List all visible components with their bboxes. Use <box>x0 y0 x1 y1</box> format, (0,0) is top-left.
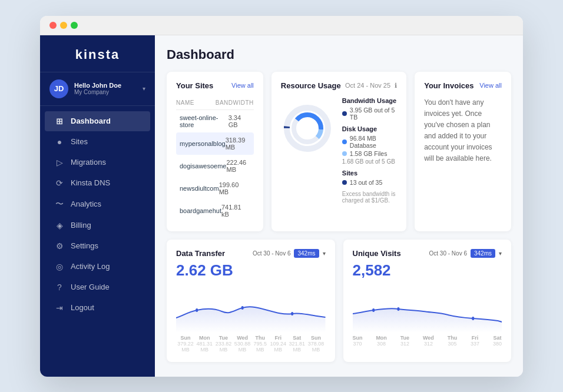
data-transfer-card: Data Transfer Oct 30 - Nov 6 342ms ▾ 2.6… <box>167 240 335 362</box>
data-transfer-header: Data Transfer Oct 30 - Nov 6 342ms ▾ <box>176 249 326 258</box>
sidebar-item-label: Activity Log <box>71 262 110 271</box>
invoices-title: Your Invoices <box>424 81 473 90</box>
sites-table-header: NAME BANDWIDTH <box>176 97 254 110</box>
resource-usage-title: Resource Usage <box>281 81 341 90</box>
bandwidth-dot <box>342 111 347 116</box>
donut-chart <box>281 102 334 155</box>
sidebar-item-migrations[interactable]: ▷ Migrations <box>45 152 150 172</box>
disk-legend: Disk Usage 96.84 MB Database 1.58 GB Fil… <box>342 125 397 165</box>
disk-db-dot <box>342 139 347 144</box>
x-label: Tue 312 <box>400 335 409 347</box>
svg-point-6 <box>241 306 244 310</box>
svg-point-9 <box>397 307 399 311</box>
top-grid: Your Sites View all NAME BANDWIDTH sweet… <box>167 72 511 231</box>
migrations-icon: ▷ <box>54 158 65 167</box>
x-label: Fri 109.24 MB <box>269 335 287 353</box>
billing-icon: ◈ <box>54 221 65 230</box>
x-label: Fri 337 <box>471 335 479 347</box>
maximize-dot[interactable] <box>71 22 78 29</box>
invoices-message: You don't have any invoices yet. Once yo… <box>424 97 502 165</box>
logo-text: kinsta <box>75 47 120 62</box>
dropdown-icon[interactable]: ▾ <box>323 250 326 257</box>
legend-item: 1.58 GB Files <box>342 150 397 157</box>
user-info: Hello John Doe My Company <box>74 82 137 95</box>
invoices-card: Your Invoices View all You don't have an… <box>415 72 511 231</box>
x-label: Tue 233.82 MB <box>214 335 233 353</box>
activity-icon: ◎ <box>54 262 65 271</box>
main-content: Dashboard Your Sites View all NAME BANDW… <box>155 35 523 377</box>
data-transfer-title: Data Transfer <box>176 249 225 258</box>
data-transfer-chart <box>176 285 326 333</box>
sidebar-item-label: Kinsta DNS <box>71 178 110 187</box>
sites-icon: ● <box>54 137 65 147</box>
avatar: JD <box>49 79 68 98</box>
x-label: Sun 378.08 MB <box>306 335 325 353</box>
nav-menu: ⊞ Dashboard ● Sites ▷ Migrations ⟳ Kinst… <box>40 106 155 377</box>
sidebar-item-activity-log[interactable]: ◎ Activity Log <box>45 257 150 277</box>
page-title: Dashboard <box>167 47 511 62</box>
sidebar: kinsta JD Hello John Doe My Company ▾ ⊞ … <box>40 35 155 377</box>
table-row[interactable]: dogisawesoeme 222.46 MB <box>176 155 254 177</box>
sidebar-item-billing[interactable]: ◈ Billing <box>45 215 150 235</box>
dns-icon: ⟳ <box>54 178 65 188</box>
your-sites-view-all[interactable]: View all <box>231 82 254 89</box>
disk-total: 1.68 GB out of 5 GB <box>342 158 397 165</box>
bandwidth-legend: Bandwidth Usage 3.95 GB out of 5 TB <box>342 97 397 121</box>
sidebar-item-logout[interactable]: ⇥ Logout <box>45 298 150 318</box>
browser-window: kinsta JD Hello John Doe My Company ▾ ⊞ … <box>40 16 523 377</box>
browser-bar <box>40 16 523 35</box>
resource-footer: Excess bandwidth is charged at $1/GB. <box>342 191 397 204</box>
resource-usage-card: Resource Usage Oct 24 - Nov 25 ℹ <box>271 72 406 231</box>
table-row[interactable]: newsdiultcom 199.60 MB <box>176 177 254 200</box>
close-dot[interactable] <box>49 22 57 29</box>
table-row[interactable]: mypersonalblog 318.39 MB <box>176 132 254 155</box>
unique-visits-x-axis: Sun 370 Mon 308 Tue 312 Wed <box>353 335 502 347</box>
sidebar-item-kinsta-dns[interactable]: ⟳ Kinsta DNS <box>45 173 150 193</box>
logout-icon: ⇥ <box>54 303 65 313</box>
x-label: Wed 530.88 MB <box>233 335 251 353</box>
sidebar-item-label: Billing <box>71 221 91 230</box>
settings-icon: ⚙ <box>54 241 65 251</box>
unique-visits-value: 2,582 <box>353 261 502 280</box>
invoices-view-all[interactable]: View all <box>479 82 502 89</box>
bottom-grid: Data Transfer Oct 30 - Nov 6 342ms ▾ 2.6… <box>167 240 511 362</box>
dropdown-icon[interactable]: ▾ <box>499 250 502 257</box>
sidebar-item-label: Sites <box>71 137 88 146</box>
resource-legend: Bandwidth Usage 3.95 GB out of 5 TB Disk… <box>342 97 397 204</box>
svg-point-8 <box>372 308 375 312</box>
x-label: Sat 380 <box>493 335 502 347</box>
your-sites-title: Your Sites <box>176 81 213 90</box>
unique-visits-date: Oct 30 - Nov 6 342ms ▾ <box>429 249 502 258</box>
sidebar-item-label: User Guide <box>71 283 110 291</box>
sidebar-item-sites[interactable]: ● Sites <box>45 132 150 152</box>
unique-visits-header: Unique Visits Oct 30 - Nov 6 342ms ▾ <box>353 249 502 258</box>
sidebar-item-user-guide[interactable]: ? User Guide <box>45 277 150 297</box>
dashboard-icon: ⊞ <box>54 117 65 126</box>
x-label: Thu 305 <box>448 335 458 347</box>
app-container: kinsta JD Hello John Doe My Company ▾ ⊞ … <box>40 35 523 377</box>
sidebar-item-dashboard[interactable]: ⊞ Dashboard <box>45 111 150 131</box>
unique-visits-card: Unique Visits Oct 30 - Nov 6 342ms ▾ 2,5… <box>343 240 512 362</box>
unique-visits-title: Unique Visits <box>353 249 401 258</box>
resource-date: Oct 24 - Nov 25 ℹ <box>345 82 397 89</box>
sidebar-item-label: Migrations <box>71 158 106 167</box>
sidebar-logo: kinsta <box>40 35 155 72</box>
table-row[interactable]: sweet-online-store 3.34 GB <box>176 110 254 132</box>
sites-table: NAME BANDWIDTH sweet-online-store 3.34 G… <box>176 97 254 222</box>
table-row[interactable]: boardgamehut 741.81 kB <box>176 200 254 222</box>
sidebar-user[interactable]: JD Hello John Doe My Company ▾ <box>40 72 155 106</box>
info-icon: ℹ <box>395 82 397 89</box>
unique-visits-chart <box>353 285 502 333</box>
data-transfer-badge: 342ms <box>294 249 319 258</box>
user-name: Hello John Doe <box>74 82 137 89</box>
sidebar-item-label: Settings <box>71 241 98 250</box>
legend-item: 3.95 GB out of 5 TB <box>342 107 397 121</box>
svg-point-7 <box>291 312 293 315</box>
guide-icon: ? <box>54 283 65 292</box>
sidebar-item-analytics[interactable]: 〜 Analytics <box>45 194 150 215</box>
sidebar-item-label: Analytics <box>71 200 101 208</box>
minimize-dot[interactable] <box>60 22 67 29</box>
sidebar-item-label: Logout <box>71 303 94 312</box>
sidebar-item-settings[interactable]: ⚙ Settings <box>45 236 150 256</box>
analytics-icon: 〜 <box>54 199 65 210</box>
